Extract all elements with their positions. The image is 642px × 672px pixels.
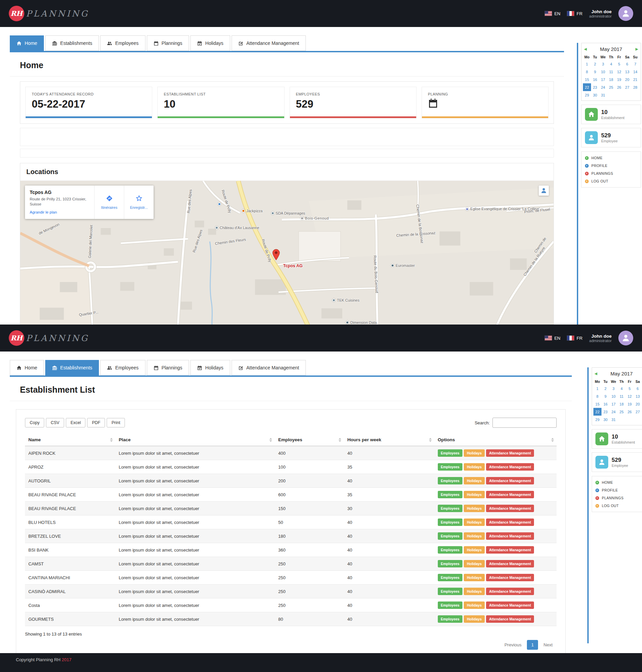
calendar-day[interactable]: 31	[609, 416, 618, 423]
sidebar-link-home[interactable]: HOME	[585, 156, 637, 160]
row-attendance-management-button[interactable]: Attendance Management	[486, 532, 534, 540]
row-holidays-button[interactable]: Holidays	[464, 588, 485, 595]
row-holidays-button[interactable]: Holidays	[464, 463, 485, 471]
row-employees-button[interactable]: Employees	[438, 588, 462, 595]
row-attendance-management-button[interactable]: Attendance Management	[486, 588, 534, 595]
row-employees-button[interactable]: Employees	[438, 546, 462, 554]
row-employees-button[interactable]: Employees	[438, 491, 462, 498]
row-holidays-button[interactable]: Holidays	[464, 560, 485, 567]
tab-establishments[interactable]: Establishments	[45, 360, 99, 375]
calendar-day[interactable]: 19	[626, 400, 633, 408]
calendar-day[interactable]: 8	[583, 68, 591, 76]
calendar-day[interactable]: 29	[593, 416, 602, 423]
calendar-day[interactable]: 25	[607, 83, 615, 91]
calendar-day[interactable]: 13	[633, 392, 642, 400]
calendar-day[interactable]: 19	[615, 76, 623, 83]
tab-holidays[interactable]: Holidays	[190, 360, 230, 375]
calendar-day[interactable]: 3	[609, 385, 618, 392]
avatar[interactable]	[618, 6, 633, 21]
calendar-day[interactable]: 26	[615, 83, 623, 91]
tab-establishments[interactable]: Establishments	[45, 36, 99, 51]
row-holidays-button[interactable]: Holidays	[464, 532, 485, 540]
row-attendance-management-button[interactable]: Attendance Management	[486, 463, 534, 471]
export-excel-button[interactable]: Excel	[66, 418, 86, 427]
row-attendance-management-button[interactable]: Attendance Management	[486, 491, 534, 498]
export-copy-button[interactable]: Copy	[25, 418, 44, 427]
export-print-button[interactable]: Print	[107, 418, 125, 427]
calendar-day[interactable]: 3	[599, 60, 607, 68]
row-attendance-management-button[interactable]: Attendance Management	[486, 602, 534, 609]
calendar-day[interactable]: 30	[602, 416, 609, 423]
language-fr[interactable]: FR	[567, 336, 582, 341]
user-menu[interactable]: John doe administrator	[589, 334, 612, 343]
calendar-day[interactable]: 5	[615, 60, 623, 68]
calendar-day[interactable]: 9	[591, 68, 599, 76]
calendar-day[interactable]: 10	[609, 392, 618, 400]
row-employees-button[interactable]: Employees	[438, 463, 462, 471]
row-holidays-button[interactable]: Holidays	[464, 518, 485, 526]
calendar-day[interactable]: 9	[602, 392, 609, 400]
row-holidays-button[interactable]: Holidays	[464, 477, 485, 485]
directions-action[interactable]: Itinéraires	[94, 186, 124, 219]
calendar-day[interactable]: 13	[623, 68, 631, 76]
row-employees-button[interactable]: Employees	[438, 532, 462, 540]
row-attendance-management-button[interactable]: Attendance Management	[486, 615, 534, 623]
row-employees-button[interactable]: Employees	[438, 518, 462, 526]
calendar-day[interactable]: 16	[602, 400, 609, 408]
row-employees-button[interactable]: Employees	[438, 574, 462, 581]
calendar-next-icon[interactable]: ▶	[635, 47, 638, 51]
row-holidays-button[interactable]: Holidays	[464, 602, 485, 609]
search-input[interactable]	[492, 418, 556, 428]
tab-employees[interactable]: Employees	[100, 360, 145, 375]
sidebar-link-log-out[interactable]: LOG OUT	[585, 179, 637, 183]
calendar-day[interactable]: 4	[618, 385, 626, 392]
calendar-day[interactable]: 6	[623, 60, 631, 68]
tab-home[interactable]: Home	[10, 360, 44, 375]
enlarge-map-link[interactable]: Agrandir le plan	[30, 210, 57, 214]
sidebar-link-profile[interactable]: PROFILE	[585, 163, 637, 168]
map-marker-icon[interactable]	[272, 249, 280, 262]
calendar-day[interactable]: 28	[631, 83, 639, 91]
user-menu[interactable]: John doe administrator	[589, 9, 612, 18]
calendar-day[interactable]: 18	[607, 76, 615, 83]
calendar-day[interactable]: 8	[593, 392, 602, 400]
row-attendance-management-button[interactable]: Attendance Management	[486, 546, 534, 554]
calendar-day[interactable]: 14	[631, 68, 639, 76]
calendar-day[interactable]: 29	[583, 91, 591, 99]
sidebar-link-plannings[interactable]: PLANNINGS	[595, 496, 642, 500]
save-action[interactable]: Enregistr...	[124, 186, 154, 219]
calendar-day[interactable]: 15	[593, 400, 602, 408]
tab-plannings[interactable]: Plannings	[147, 36, 189, 51]
calendar-day[interactable]: 17	[599, 76, 607, 83]
row-attendance-management-button[interactable]: Attendance Management	[486, 518, 534, 526]
calendar-day[interactable]: 26	[626, 408, 633, 416]
sidebar-link-plannings[interactable]: PLANNINGS	[585, 171, 637, 175]
export-csv-button[interactable]: CSV	[46, 418, 64, 427]
calendar-day[interactable]: 15	[583, 76, 591, 83]
calendar-day[interactable]: 17	[609, 400, 618, 408]
tab-holidays[interactable]: Holidays	[190, 36, 230, 51]
row-attendance-management-button[interactable]: Attendance Management	[486, 560, 534, 567]
pagination-next[interactable]: Next	[539, 640, 556, 650]
calendar-day[interactable]: 2	[602, 385, 609, 392]
row-holidays-button[interactable]: Holidays	[464, 546, 485, 554]
column-header-employees[interactable]: Employees	[275, 434, 344, 446]
row-attendance-management-button[interactable]: Attendance Management	[486, 449, 534, 457]
tab-attendance-management[interactable]: Attendance Management	[232, 36, 306, 51]
column-header-options[interactable]: Options	[434, 434, 556, 446]
calendar-day[interactable]: 30	[591, 91, 599, 99]
pagination-previous[interactable]: Previous	[500, 640, 526, 650]
pegman-control[interactable]	[539, 186, 549, 196]
language-fr[interactable]: FR	[567, 11, 582, 16]
calendar-day[interactable]: 27	[623, 83, 631, 91]
row-employees-button[interactable]: Employees	[438, 602, 462, 609]
calendar-day[interactable]: 1	[593, 385, 602, 392]
calendar-day[interactable]: 18	[618, 400, 626, 408]
column-header-place[interactable]: Place	[115, 434, 275, 446]
calendar-day[interactable]: 12	[626, 392, 633, 400]
tab-employees[interactable]: Employees	[100, 36, 145, 51]
row-holidays-button[interactable]: Holidays	[464, 505, 485, 512]
calendar-day[interactable]: 20	[623, 76, 631, 83]
tab-home[interactable]: Home	[10, 36, 44, 51]
row-holidays-button[interactable]: Holidays	[464, 615, 485, 623]
